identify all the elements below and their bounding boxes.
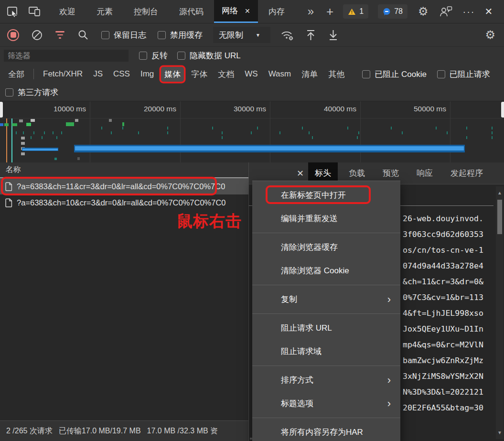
third-party-checkbox[interactable]: 第三方请求: [5, 87, 58, 98]
detail-tab-initiator[interactable]: 发起程序: [444, 162, 490, 184]
scroll-down-icon[interactable]: ▼: [496, 430, 504, 435]
request-table-pane: 名称 ?a=6383&ch=11&cr=3&dr=0&lr=all&cd=0%7…: [0, 162, 249, 441]
inspect-icon[interactable]: [6, 5, 19, 18]
device-toolbar-icon[interactable]: [28, 6, 41, 17]
checkbox-box[interactable]: [437, 70, 445, 78]
disable-cache-checkbox[interactable]: 禁用缓存: [158, 30, 203, 41]
network-overview-timeline[interactable]: 10000 ms20000 ms30000 ms40000 ms50000 ms…: [0, 101, 504, 163]
warning-count: 1: [359, 7, 364, 16]
filter-chip-fetch-xhr[interactable]: Fetch/XHR: [40, 67, 86, 81]
timeline-activity-mark: [44, 131, 45, 134]
search-icon[interactable]: [77, 29, 89, 41]
panel-tab-label: 欢迎: [59, 6, 75, 17]
messages-badge[interactable]: 78: [378, 4, 407, 19]
filter-chip-font[interactable]: 字体: [188, 67, 211, 82]
panel-tab-welcome[interactable]: 欢迎: [49, 0, 86, 23]
request-row[interactable]: ?a=6383&ch=11&cr=3&dr=0&lr=all&cd=0%7C0%…: [0, 178, 248, 194]
timeline-gridline: [270, 101, 270, 162]
close-details-icon[interactable]: ✕: [297, 168, 304, 179]
checkbox-box[interactable]: [177, 52, 185, 60]
timeline-activity-mark: [138, 131, 139, 134]
timeline-activity-mark: [56, 136, 57, 139]
filter-chip-manifest[interactable]: 清单: [298, 67, 321, 82]
timeline-activity-mark: [251, 131, 252, 134]
timeline-activity-mark: [222, 136, 223, 139]
checkbox-box[interactable]: [5, 88, 13, 97]
blocked-requests-checkbox[interactable]: 已阻止请求: [437, 69, 490, 80]
devtools-close-icon[interactable]: ✕: [484, 6, 493, 17]
checkbox-box[interactable]: [362, 70, 370, 78]
menu-item-edit-resend[interactable]: 编辑并重新发送: [252, 207, 400, 230]
filter-chip-css[interactable]: CSS: [110, 67, 133, 81]
filter-input[interactable]: [4, 50, 129, 62]
invert-checkbox[interactable]: 反转: [139, 50, 168, 61]
timeline-tick-label: 60000 ms: [465, 105, 504, 113]
filter-chip-wasm[interactable]: Wasm: [265, 67, 295, 81]
menu-item-header-options[interactable]: 标题选项›: [252, 392, 400, 415]
timeline-activity-mark: [75, 119, 78, 122]
checkbox-box[interactable]: [158, 31, 166, 39]
hide-data-url-label: 隐藏数据 URL: [190, 50, 241, 61]
tab-close-icon[interactable]: ✕: [245, 7, 250, 15]
record-network-log-button[interactable]: [7, 29, 19, 41]
overflow-menu-icon[interactable]: ···: [463, 6, 475, 17]
menu-item-sort-by[interactable]: 排序方式›: [252, 368, 400, 392]
menu-item-copy[interactable]: 复制›: [252, 288, 400, 311]
menu-item-block-url[interactable]: 阻止请求 URL: [252, 316, 400, 340]
timeline-tick-label: 50000 ms: [375, 105, 446, 113]
panel-tab-elements[interactable]: 元素: [86, 0, 123, 23]
panel-tab-network[interactable]: 网络✕: [214, 0, 258, 23]
throttling-value: 无限制: [219, 30, 243, 41]
scrollbar-thumb[interactable]: [497, 200, 502, 234]
clear-network-log-icon[interactable]: [31, 29, 43, 41]
filter-toggle-icon[interactable]: [55, 31, 64, 39]
filter-chip-all[interactable]: 全部: [5, 67, 28, 82]
menu-item-open-new-tab[interactable]: 在新标签页中打开: [252, 183, 400, 207]
name-column-header[interactable]: 名称: [0, 162, 248, 178]
preserve-log-checkbox[interactable]: 保留日志: [101, 30, 146, 41]
filter-chip-ws[interactable]: WS: [241, 67, 261, 81]
timeline-tick-label: 40000 ms: [285, 105, 356, 113]
filter-chip-doc[interactable]: 文档: [214, 67, 237, 82]
menu-item-clear-cache[interactable]: 清除浏览器缓存: [252, 236, 400, 259]
invert-label: 反转: [151, 50, 168, 61]
hide-data-url-checkbox[interactable]: 隐藏数据 URL: [177, 50, 241, 61]
more-tabs-icon[interactable]: »: [308, 6, 314, 17]
checkbox-box[interactable]: [101, 31, 109, 39]
timeline-activity-mark: [122, 122, 124, 126]
menu-item-save-har[interactable]: 将所有内容另存为HAR: [252, 420, 400, 441]
network-conditions-icon[interactable]: [280, 29, 295, 41]
checkbox-box[interactable]: [139, 52, 147, 60]
network-settings-gear-icon[interactable]: ⚙: [485, 29, 495, 41]
panel-tab-memory[interactable]: 内存: [258, 0, 295, 23]
filter-chip-js[interactable]: JS: [90, 67, 106, 81]
panel-tab-sources[interactable]: 源代码: [169, 0, 214, 23]
timeline-activity-mark: [222, 131, 223, 134]
settings-gear-icon[interactable]: ⚙: [418, 6, 429, 17]
import-har-icon[interactable]: [305, 29, 316, 41]
blocked-cookies-checkbox[interactable]: 已阻止 Cookie: [362, 69, 427, 80]
menu-item-block-domain[interactable]: 阻止请求域: [252, 340, 400, 363]
panel-tab-console[interactable]: 控制台: [123, 0, 169, 23]
export-har-icon[interactable]: [328, 29, 339, 41]
header-value-fragment: 0%7C3&cv=1&br=113: [403, 293, 483, 309]
timeline-activity-mark: [257, 127, 258, 129]
filter-chip-media[interactable]: 媒体: [161, 67, 184, 82]
request-row[interactable]: ?a=6383&ch=10&cr=3&dr=0&lr=all&cd=0%7C0%…: [0, 194, 248, 211]
vertical-scrollbar[interactable]: ▲ ▼: [496, 186, 504, 439]
timeline-right-handle[interactable]: [501, 102, 504, 118]
timeline-gridline: [360, 101, 361, 162]
filter-chip-other[interactable]: 其他: [325, 67, 348, 82]
timeline-left-handle[interactable]: [0, 102, 3, 118]
feedback-person-icon[interactable]: [439, 6, 452, 17]
detail-tab-response[interactable]: 响应: [410, 162, 440, 184]
menu-item-clear-cookies[interactable]: 清除浏览器 Cookie: [252, 259, 400, 282]
new-tab-icon[interactable]: +: [326, 5, 333, 18]
panel-tab-label: 源代码: [179, 6, 204, 17]
filter-chip-img[interactable]: Img: [137, 67, 157, 81]
header-value-fragment: 3f063cc9d62d60353: [403, 230, 483, 246]
issues-warning-badge[interactable]: 1: [343, 4, 368, 19]
menu-item-label: 复制: [281, 294, 297, 305]
scroll-up-icon[interactable]: ▲: [496, 190, 504, 195]
throttling-dropdown[interactable]: 无限制 ▼: [213, 27, 270, 43]
